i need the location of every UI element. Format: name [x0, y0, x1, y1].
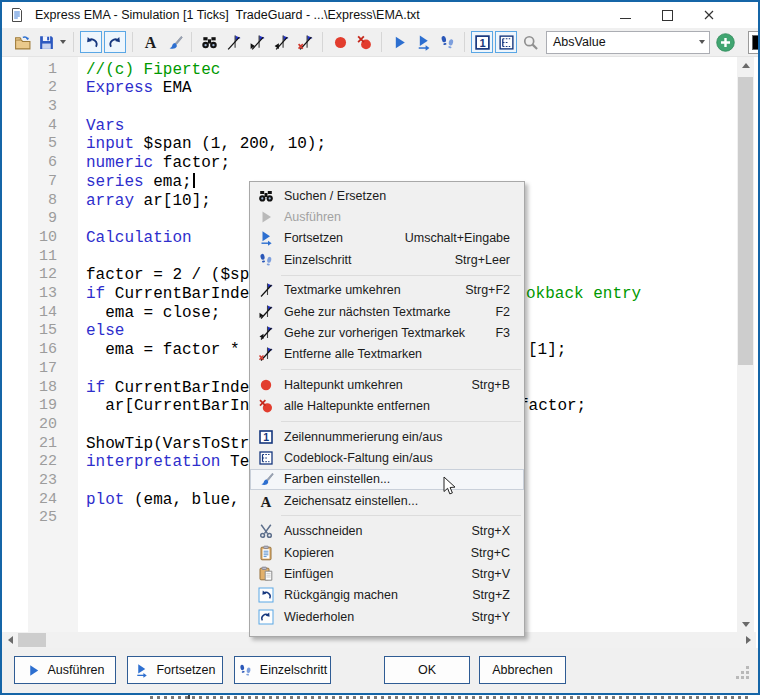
menu-item-font-a[interactable]: AZeichensatz einstellen...: [250, 490, 524, 511]
line-number: 14: [2, 304, 57, 323]
vertical-scrollbar[interactable]: [737, 57, 754, 632]
scroll-down-button[interactable]: [737, 616, 754, 632]
horizontal-scroll-thumb[interactable]: [18, 633, 46, 647]
search-button[interactable]: [198, 31, 220, 53]
text-cursor: [193, 173, 195, 188]
line-number: 7: [2, 173, 57, 192]
menu-item-shortcut: Strg+F2: [465, 283, 510, 297]
menu-item-footsteps[interactable]: EinzelschrittStrg+Leer: [250, 249, 524, 270]
line-number: 1: [2, 61, 57, 80]
menu-item-label: Kopieren: [284, 546, 334, 560]
scroll-right-button[interactable]: [740, 632, 756, 648]
breakpoint-clear-button[interactable]: [353, 31, 375, 53]
code-line[interactable]: 3: [2, 98, 737, 117]
menu-item-label: Zeichensatz einstellen...: [284, 494, 418, 508]
code-text-fragment: factor;: [519, 397, 586, 416]
footsteps-icon: [238, 663, 253, 678]
code-line[interactable]: 6numeric factor;: [2, 154, 737, 173]
bookmark-next-button[interactable]: [246, 31, 268, 53]
menu-item-line-numbers[interactable]: 1Zeilennummerierung ein/aus: [250, 426, 524, 447]
scroll-left-button[interactable]: [2, 632, 18, 648]
menu-item-paste[interactable]: EinfügenStrg+V: [250, 563, 524, 584]
line-number: 22: [2, 453, 57, 472]
fortsetzen-button[interactable]: Fortsetzen: [127, 656, 223, 684]
menu-item-shortcut: Strg+Z: [472, 588, 510, 602]
toolbar-separator: [191, 32, 192, 52]
toolbar-separator: [132, 32, 133, 52]
colors-button[interactable]: [163, 31, 185, 53]
button-label: OK: [418, 663, 436, 677]
single-step-button[interactable]: [436, 31, 458, 53]
menu-item-shortcut: Strg+C: [471, 546, 510, 560]
chevron-down-icon[interactable]: [695, 40, 709, 44]
undo-button[interactable]: [80, 31, 102, 53]
code-text: Vars: [86, 117, 124, 136]
color-picker[interactable]: [748, 31, 760, 54]
window-title: Express EMA - Simulation [1 Ticks] Trade…: [35, 8, 420, 22]
maximize-button[interactable]: [646, 2, 688, 28]
menu-item-shortcut: Strg+X: [471, 524, 510, 538]
menu-item-binoculars[interactable]: Suchen / Ersetzen: [250, 185, 524, 206]
add-button[interactable]: [716, 33, 735, 52]
code-text: ema = close;: [86, 304, 220, 323]
code-line[interactable]: 1//(c) Fipertec: [2, 61, 737, 80]
menu-item-flag-prev[interactable]: Gehe zur vorherigen TextmarkekF3: [250, 322, 524, 343]
menu-item-code-folding[interactable]: Codeblock-Faltung ein/aus: [250, 447, 524, 468]
menu-item-label: Einzelschritt: [284, 253, 351, 267]
abbrechen-button[interactable]: Abbrechen: [479, 656, 566, 684]
menu-item-undo-box[interactable]: Rückgängig machenStrg+Z: [250, 585, 524, 606]
bookmark-toggle-button[interactable]: [222, 31, 244, 53]
line-number: 24: [2, 491, 57, 510]
svg-text:1: 1: [479, 36, 485, 48]
redo-button[interactable]: [104, 31, 126, 53]
undo-box-icon: [254, 587, 278, 603]
menu-item-label: Gehe zur nächsten Textmarke: [284, 305, 451, 319]
menu-item-continue[interactable]: FortsetzenUmschalt+Eingabe: [250, 228, 524, 249]
ok-button[interactable]: OK: [384, 656, 470, 684]
continue-button[interactable]: [412, 31, 434, 53]
bookmark-prev-button[interactable]: [270, 31, 292, 53]
line-number: 8: [2, 192, 57, 211]
run-button[interactable]: [388, 31, 410, 53]
magnifier-icon[interactable]: [519, 31, 541, 53]
menu-item-redo-box[interactable]: WiederholenStrg+Y: [250, 606, 524, 627]
bookmark-clear-button[interactable]: [294, 31, 316, 53]
menu-item-breakpoint[interactable]: Haltepunkt umkehrenStrg+B: [250, 374, 524, 395]
brush-icon: [254, 471, 278, 487]
close-button[interactable]: [688, 2, 730, 28]
minimize-button[interactable]: [604, 2, 646, 28]
menu-item-scissors[interactable]: AusschneidenStrg+X: [250, 520, 524, 541]
menu-item-label: Suchen / Ersetzen: [284, 189, 386, 203]
resize-grip[interactable]: [736, 666, 752, 682]
einzelschritt-button[interactable]: Einzelschritt: [234, 656, 331, 684]
menu-item-play-gray: Ausführen: [250, 206, 524, 227]
line-number: 3: [2, 98, 57, 117]
flag-prev-icon: [254, 325, 278, 341]
line-numbers-toggle[interactable]: 1: [471, 31, 493, 53]
menu-item-flag[interactable]: Textmarke umkehrenStrg+F2: [250, 280, 524, 301]
code-text: array ar[10];: [86, 192, 211, 211]
svg-text:1: 1: [263, 431, 269, 443]
save-button[interactable]: [35, 31, 57, 53]
code-line[interactable]: 5input $span (1, 200, 10);: [2, 135, 737, 154]
vertical-scroll-thumb[interactable]: [738, 77, 753, 365]
font-button[interactable]: A: [139, 31, 161, 53]
scroll-up-button[interactable]: [737, 57, 754, 73]
menu-item-copy[interactable]: KopierenStrg+C: [250, 542, 524, 563]
menu-separator: [281, 421, 521, 422]
breakpoint-toggle-button[interactable]: [329, 31, 351, 53]
code-line[interactable]: 2Express EMA: [2, 79, 737, 98]
symbol-combobox[interactable]: AbsValue: [546, 31, 710, 54]
menu-item-flag-clear[interactable]: Entferne alle Textmarken: [250, 344, 524, 365]
binoculars-icon: [254, 188, 278, 204]
menu-item-breakpoint-clear[interactable]: alle Haltepunkte entfernen: [250, 396, 524, 417]
open-button[interactable]: [11, 31, 33, 53]
menu-item-flag-next[interactable]: Gehe zur nächsten TextmarkeF2: [250, 301, 524, 322]
ausf-hren-button[interactable]: Ausführen: [14, 656, 116, 684]
save-dropdown[interactable]: [58, 31, 68, 53]
code-text: ShowTip(VarsToStr: [86, 435, 249, 454]
code-line[interactable]: 4Vars: [2, 117, 737, 136]
menu-item-brush[interactable]: Farben einstellen...: [250, 469, 524, 490]
line-number: 4: [2, 117, 57, 136]
code-folding-toggle[interactable]: [495, 31, 517, 53]
